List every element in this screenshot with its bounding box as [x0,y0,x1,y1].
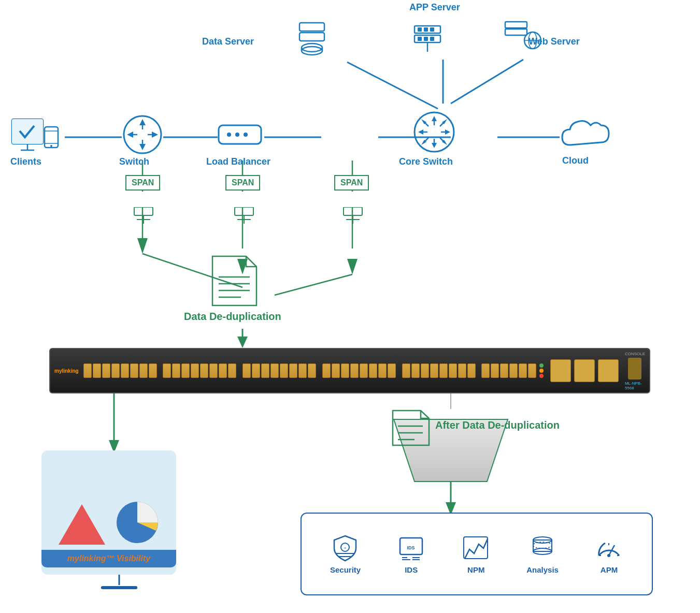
svg-marker-10 [137,238,148,254]
diagram-container: APP Server Data Server Web Server [0,0,700,613]
data-server-icon [295,21,329,60]
web-server-icon [503,20,541,59]
switch-icon [122,114,163,155]
apm-label: APM [601,565,618,574]
svg-rect-36 [424,37,428,41]
svg-marker-75 [432,143,437,148]
hw-appliance: mylinking [49,348,650,393]
dedup-label: Data De-duplication [184,311,281,323]
hw-brand-label: mylinking [54,368,79,374]
led-group [539,363,544,378]
hw-model-label: ML-NPB-5568 [625,381,645,390]
tool-security: + Security [330,534,361,574]
tool-npm: NPM [462,534,490,574]
load-balancer-icon [217,119,263,150]
svg-marker-23 [237,337,248,348]
tap-core [341,207,365,226]
visibility-box: mylinking™ Visibility [41,450,176,575]
port-group-4 [322,363,396,378]
cloud-label: Cloud [562,155,589,166]
port-group-1 [83,363,157,378]
dedup-icon-top [207,254,267,310]
svg-marker-60 [139,119,146,125]
svg-text:IDS: IDS [407,545,415,550]
tap-lb [232,207,256,226]
port-group-6 [481,363,536,378]
span-core: SPAN [334,175,369,191]
tool-apm: APM [595,534,623,574]
pie-chart [116,501,160,545]
svg-rect-31 [418,27,422,32]
svg-rect-67 [219,125,261,144]
svg-text:+: + [344,546,347,550]
svg-rect-39 [299,23,324,31]
triangle-shape [59,504,105,545]
ids-label: IDS [405,565,418,574]
tool-ids: IDS IDS [397,534,425,574]
svg-rect-54 [45,127,58,148]
svg-point-124 [607,554,610,557]
svg-point-70 [244,133,248,137]
svg-line-5 [347,62,438,109]
span-switch: SPAN [125,175,160,191]
tap-switch [132,207,155,226]
load-balancer-label: Load Balancer [206,156,270,167]
svg-marker-77 [418,129,423,135]
port-group-2 [163,363,236,378]
port-group-qsfp [549,358,620,383]
npm-label: NPM [467,565,484,574]
svg-rect-91 [235,207,253,215]
svg-rect-104 [101,586,137,589]
analysis-label: Analysis [526,565,559,574]
svg-rect-45 [505,22,527,28]
switch-label: Switch [119,156,149,167]
clients-label: Clients [10,156,41,167]
svg-rect-32 [424,27,428,32]
after-dedup-icon [389,408,435,449]
cloud-icon [560,114,611,153]
svg-rect-46 [505,29,527,35]
app-server-label: APP Server [409,2,460,13]
svg-marker-19 [347,259,358,274]
span-lb: SPAN [225,175,260,191]
monitor-stand [96,575,142,597]
security-label: Security [330,565,361,574]
svg-rect-35 [418,37,422,41]
clients-icon [9,116,61,158]
data-server-label: Data Server [202,36,254,47]
svg-rect-33 [430,27,434,32]
console-area: CONSOLE ML-NPB-5568 [625,352,645,390]
svg-marker-73 [432,116,437,121]
core-switch-icon [411,109,458,155]
port-group-5 [402,363,476,378]
svg-rect-40 [299,33,324,41]
svg-rect-94 [344,207,362,215]
svg-point-69 [235,133,239,137]
svg-marker-66 [152,132,158,138]
svg-point-68 [227,133,231,137]
svg-marker-79 [445,129,450,135]
app-server-icon [409,23,446,60]
port-group-3 [242,363,316,378]
svg-point-57 [50,145,52,147]
visibility-bar: mylinking™ Visibility [41,550,176,567]
after-dedup-label: After Data De-duplication [435,419,560,431]
svg-line-7 [451,60,523,104]
svg-rect-37 [430,37,434,41]
svg-marker-62 [139,144,146,150]
core-switch-label: Core Switch [399,156,453,167]
svg-rect-51 [12,119,43,144]
svg-marker-64 [127,132,133,138]
visibility-label: mylinking™ Visibility [67,554,150,563]
svg-rect-88 [134,207,153,215]
tools-box: + Security IDS IDS NPM [301,513,653,595]
svg-line-21 [275,274,352,295]
tool-analysis: Analysis [526,534,559,574]
